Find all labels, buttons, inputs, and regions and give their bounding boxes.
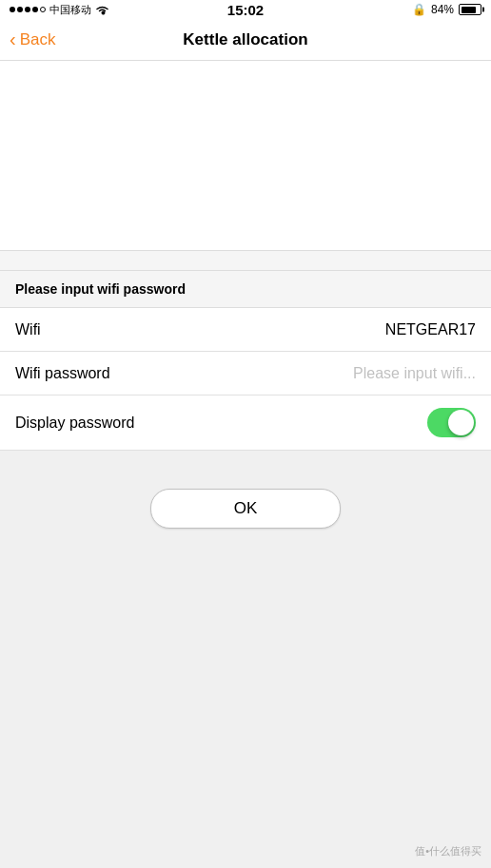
dot-1: [10, 7, 15, 12]
signal-dots: [10, 7, 46, 12]
dot-2: [17, 7, 23, 12]
status-time: 15:02: [227, 2, 264, 18]
page-title: Kettle allocation: [183, 30, 307, 49]
battery-body: [459, 4, 481, 15]
lock-icon: 🔒: [412, 3, 426, 16]
display-password-toggle[interactable]: [427, 408, 476, 437]
dot-3: [25, 7, 30, 12]
wifi-password-label: Wifi password: [15, 365, 110, 382]
battery-fill: [462, 7, 477, 13]
wifi-icon: [95, 5, 109, 15]
footer-area: OK: [0, 451, 491, 868]
wifi-password-input[interactable]: [120, 365, 476, 382]
dot-4: [32, 7, 38, 12]
status-left: 中国移动: [10, 3, 109, 17]
status-bar: 中国移动 15:02 🔒 84%: [0, 0, 491, 19]
carrier-label: 中国移动: [49, 3, 91, 17]
display-password-label: Display password: [15, 415, 134, 432]
ok-button[interactable]: OK: [150, 489, 341, 529]
wifi-password-row: Wifi password: [0, 352, 491, 395]
battery-percent: 84%: [431, 3, 454, 16]
toggle-slider: [427, 408, 476, 437]
display-password-row: Display password: [0, 395, 491, 451]
white-placeholder-area: [0, 61, 491, 251]
back-label: Back: [20, 30, 56, 49]
wifi-form-section: Please input wifi password Wifi NETGEAR1…: [0, 270, 491, 451]
wifi-row: Wifi NETGEAR17: [0, 308, 491, 352]
wifi-label: Wifi: [15, 321, 41, 338]
battery-indicator: [459, 4, 481, 15]
nav-bar: ‹ Back Kettle allocation: [0, 19, 491, 61]
status-right: 🔒 84%: [412, 3, 481, 16]
back-chevron-icon: ‹: [10, 29, 16, 48]
section-header: Please input wifi password: [0, 270, 491, 308]
dot-5: [40, 7, 46, 12]
back-button[interactable]: ‹ Back: [10, 30, 55, 49]
section-header-text: Please input wifi password: [15, 281, 186, 297]
wifi-value: NETGEAR17: [385, 321, 476, 338]
watermark: 值•什么值得买: [415, 844, 481, 858]
